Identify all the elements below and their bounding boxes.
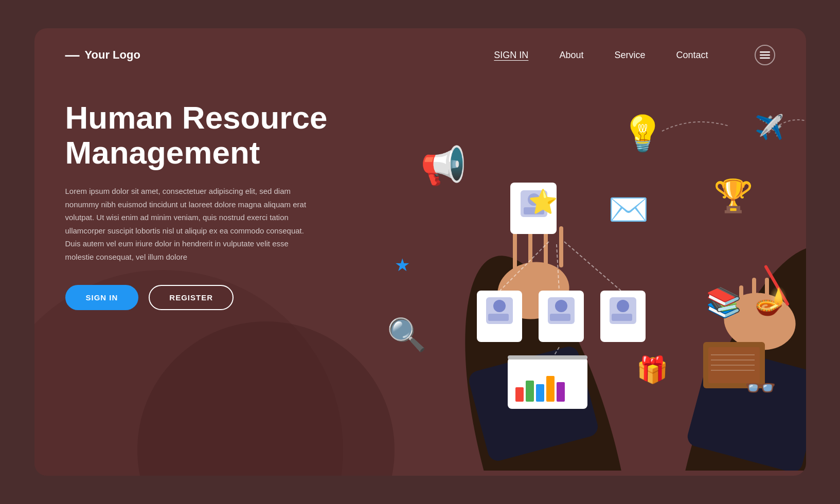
hamburger-icon bbox=[760, 51, 770, 59]
hero-description: Lorem ipsum dolor sit amet, consectetuer… bbox=[65, 185, 312, 263]
svg-rect-42 bbox=[546, 376, 555, 402]
nav-links: SIGN IN About Service Contact bbox=[494, 45, 775, 65]
glasses-icon: 👓 bbox=[744, 373, 776, 403]
register-button[interactable]: REGISTER bbox=[149, 285, 234, 310]
navbar: — Your Logo SIGN IN About Service Contac… bbox=[34, 28, 806, 82]
svg-rect-29 bbox=[488, 314, 509, 321]
svg-point-32 bbox=[555, 300, 567, 312]
page-wrapper: — Your Logo SIGN IN About Service Contac… bbox=[34, 28, 806, 476]
illustration: 📢 ★ ⭐ 💡 ✉️ 🏆 ✈️ 🔍 📚 🪔 👓 🎁 bbox=[364, 69, 806, 471]
menu-button[interactable] bbox=[755, 45, 775, 65]
svg-rect-33 bbox=[550, 314, 570, 321]
lightbulb-icon: 💡 bbox=[621, 113, 665, 154]
main-illustration-svg bbox=[364, 69, 806, 471]
svg-rect-1 bbox=[760, 55, 770, 56]
svg-rect-41 bbox=[536, 384, 544, 402]
svg-point-28 bbox=[493, 300, 506, 312]
small-star-icon: ★ bbox=[395, 255, 410, 275]
svg-rect-0 bbox=[760, 51, 770, 53]
gift-icon: 🎁 bbox=[636, 355, 668, 385]
svg-rect-6 bbox=[513, 229, 517, 270]
logo-dash: — bbox=[65, 47, 80, 63]
svg-rect-40 bbox=[526, 381, 534, 402]
nav-home[interactable]: SIGN IN bbox=[494, 50, 528, 61]
paper-plane-icon: ✈️ bbox=[755, 113, 784, 141]
logo: — Your Logo bbox=[65, 47, 140, 63]
hero-content: Human Resource Management Lorem ipsum do… bbox=[65, 100, 353, 310]
svg-rect-37 bbox=[612, 314, 632, 321]
svg-rect-39 bbox=[515, 387, 524, 402]
trophy-icon: 🏆 bbox=[713, 177, 753, 214]
nav-service[interactable]: Service bbox=[614, 50, 645, 61]
hero-buttons: SIGN IN REGISTER bbox=[65, 285, 353, 310]
nav-about[interactable]: About bbox=[559, 50, 583, 61]
envelope-icon: ✉️ bbox=[608, 190, 649, 229]
magnifier-icon: 🔍 bbox=[387, 316, 426, 353]
desk-lamp-icon: 🪔 bbox=[755, 285, 788, 317]
books-icon: 📚 bbox=[706, 285, 742, 319]
svg-rect-43 bbox=[557, 382, 565, 402]
svg-rect-2 bbox=[760, 58, 770, 59]
blue-star-icon: ⭐ bbox=[528, 188, 558, 215]
megaphone-icon: 📢 bbox=[420, 144, 467, 188]
svg-rect-44 bbox=[508, 355, 587, 359]
hero-title: Human Resource Management bbox=[65, 100, 353, 170]
svg-line-24 bbox=[564, 242, 621, 291]
signin-button[interactable]: SIGN IN bbox=[65, 285, 139, 310]
logo-text: Your Logo bbox=[85, 48, 140, 62]
svg-point-36 bbox=[617, 300, 629, 312]
nav-contact[interactable]: Contact bbox=[676, 50, 708, 61]
svg-rect-9 bbox=[559, 226, 563, 267]
